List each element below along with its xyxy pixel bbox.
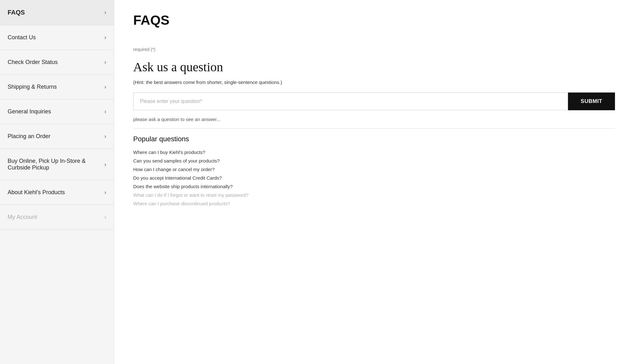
popular-questions-list: Where can I buy Kiehl's products?Can you… [133,150,615,206]
sidebar-item-label-buy-online: Buy Online, Pick Up In-Store & Curbside … [8,158,104,171]
sidebar-item-label-my-account: My Account [8,214,37,220]
chevron-right-icon: › [104,34,106,41]
sidebar-item-label-general-inquiries: General Inquiries [8,108,51,115]
popular-questions-title: Popular questions [133,135,615,143]
sidebar-item-check-order-status[interactable]: Check Order Status› [0,50,114,75]
sidebar-item-placing-an-order[interactable]: Placing an Order› [0,124,114,149]
sidebar-item-label-check-order-status: Check Order Status [8,59,58,66]
popular-question-item[interactable]: Where can I buy Kiehl's products? [133,150,615,155]
chevron-right-icon: › [104,84,106,90]
sidebar-item-faqs[interactable]: FAQS› [0,0,114,25]
popular-question-item[interactable]: Can you send samples of your products? [133,158,615,163]
sidebar-item-my-account: My Account› [0,205,114,230]
answer-placeholder: please ask a question to see an answer..… [133,117,615,129]
chevron-right-icon: › [104,9,106,16]
sidebar-item-general-inquiries[interactable]: General Inquiries› [0,99,114,124]
sidebar-item-about-kiehls[interactable]: About Kiehl's Products› [0,180,114,205]
sidebar-item-contact-us[interactable]: Contact Us› [0,25,114,50]
popular-question-item[interactable]: How can I change or cancel my order? [133,167,615,172]
chevron-right-icon: › [104,108,106,115]
sidebar-item-label-faqs: FAQS [8,9,25,16]
page-title: FAQS [133,13,615,28]
chevron-right-icon: › [104,161,106,168]
chevron-right-icon: › [104,214,106,220]
question-input[interactable] [133,93,568,110]
required-label: required (*) [133,47,615,52]
main-content: FAQS required (*) Ask us a question (Hin… [114,0,634,364]
sidebar-item-label-placing-an-order: Placing an Order [8,133,50,140]
sidebar-item-label-contact-us: Contact Us [8,34,36,41]
ask-hint: (Hint: the best answers come from shorte… [133,80,615,85]
popular-question-item[interactable]: Does the website ship products internati… [133,184,615,189]
question-form: SUBMIT [133,93,615,110]
sidebar-item-label-about-kiehls: About Kiehl's Products [8,189,65,196]
ask-heading: Ask us a question [133,60,615,74]
sidebar-item-shipping-returns[interactable]: Shipping & Returns› [0,75,114,99]
chevron-right-icon: › [104,59,106,66]
chevron-right-icon: › [104,133,106,140]
submit-button[interactable]: SUBMIT [568,93,615,110]
popular-question-item: Where can I purchase discontinued produc… [133,201,615,206]
popular-question-item: What can I do if I forgot or want to res… [133,192,615,198]
sidebar-item-buy-online[interactable]: Buy Online, Pick Up In-Store & Curbside … [0,149,114,180]
sidebar: FAQS›Contact Us›Check Order Status›Shipp… [0,0,114,364]
chevron-right-icon: › [104,189,106,196]
popular-question-item[interactable]: Do you accept International Credit Cards… [133,175,615,181]
sidebar-item-label-shipping-returns: Shipping & Returns [8,84,57,90]
